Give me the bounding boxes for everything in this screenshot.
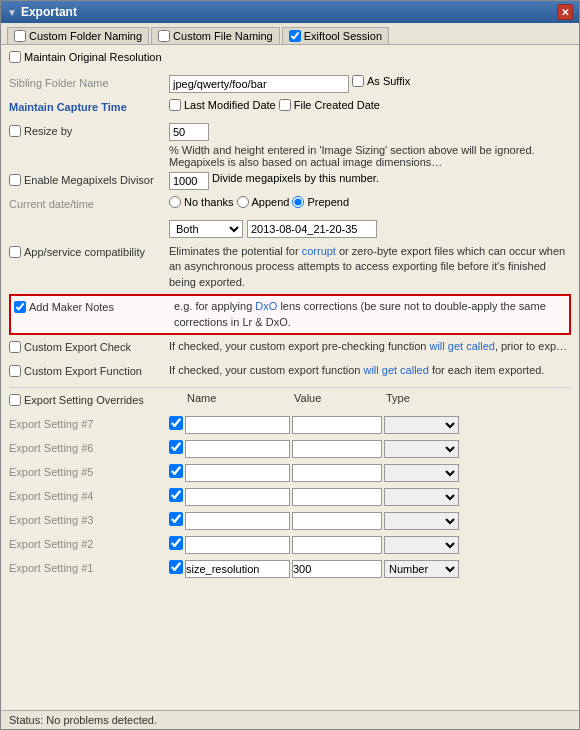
- export-setting-ctrl-4: NumberString: [169, 488, 571, 506]
- add-maker-notes-checkbox[interactable]: [14, 301, 26, 313]
- no-thanks-label[interactable]: No thanks: [169, 196, 234, 208]
- file-created-label[interactable]: File Created Date: [279, 99, 380, 111]
- export-setting-value-3[interactable]: [292, 512, 382, 530]
- close-button[interactable]: ✕: [557, 4, 573, 20]
- export-setting-type-4[interactable]: NumberString: [384, 488, 459, 506]
- tab-custom-folder[interactable]: Custom Folder Naming: [7, 27, 149, 44]
- as-suffix-label[interactable]: As Suffix: [352, 75, 410, 87]
- export-setting-row-1: Export Setting #1 NumberString: [9, 560, 571, 580]
- export-setting-type-2[interactable]: NumberString: [384, 536, 459, 554]
- export-settings-master-checkbox[interactable]: [9, 394, 21, 406]
- export-setting-label-2: Export Setting #2: [9, 536, 169, 550]
- export-setting-ctrl-5: NumberString: [169, 464, 571, 482]
- export-setting-cb-4[interactable]: [169, 488, 183, 502]
- tab-exiftool[interactable]: Exiftool Session: [282, 27, 389, 44]
- custom-export-check-label: Custom Export Check: [9, 339, 169, 353]
- prepend-label[interactable]: Prepend: [292, 196, 349, 208]
- sibling-folder-input[interactable]: [169, 75, 349, 93]
- tab-exiftool-checkbox[interactable]: [289, 30, 301, 42]
- datetime-value-input[interactable]: [247, 220, 377, 238]
- as-suffix-checkbox[interactable]: [352, 75, 364, 87]
- export-setting-row-6: Export Setting #6 NumberString: [9, 440, 571, 460]
- custom-export-check-checkbox[interactable]: [9, 341, 21, 353]
- append-label[interactable]: Append: [237, 196, 290, 208]
- last-modified-label[interactable]: Last Modified Date: [169, 99, 276, 111]
- file-created-checkbox[interactable]: [279, 99, 291, 111]
- export-setting-name-6[interactable]: [185, 440, 290, 458]
- custom-export-func-label: Custom Export Function: [9, 363, 169, 377]
- export-setting-cb-5[interactable]: [169, 464, 183, 478]
- megapixels-input[interactable]: [169, 172, 209, 190]
- separator: [9, 387, 571, 388]
- last-modified-checkbox[interactable]: [169, 99, 181, 111]
- export-setting-label-1: Export Setting #1: [9, 560, 169, 574]
- export-setting-type-1[interactable]: NumberString: [384, 560, 459, 578]
- export-setting-cb-7[interactable]: [169, 416, 183, 430]
- export-setting-row-4: Export Setting #4 NumberString: [9, 488, 571, 508]
- tab-custom-folder-checkbox[interactable]: [14, 30, 26, 42]
- export-setting-value-5[interactable]: [292, 464, 382, 482]
- tab-custom-file[interactable]: Custom File Naming: [151, 27, 280, 44]
- no-thanks-radio[interactable]: [169, 196, 181, 208]
- maintain-capture-row: Maintain Capture Time Last Modified Date…: [9, 99, 571, 119]
- export-setting-name-3[interactable]: [185, 512, 290, 530]
- export-setting-name-7[interactable]: [185, 416, 290, 434]
- maintain-resolution-checkbox[interactable]: [9, 51, 21, 63]
- export-setting-name-1[interactable]: [185, 560, 290, 578]
- sibling-folder-ctrl: As Suffix: [169, 75, 571, 93]
- export-setting-value-2[interactable]: [292, 536, 382, 554]
- collapse-arrow[interactable]: ▼: [7, 7, 17, 18]
- export-setting-ctrl-6: NumberString: [169, 440, 571, 458]
- titlebar-left: ▼ Exportant: [7, 5, 77, 19]
- resize-by-info: % Width and height entered in 'Image Siz…: [169, 144, 571, 168]
- export-settings-col-label: Export Setting Overrides: [9, 392, 169, 406]
- export-setting-cb-2[interactable]: [169, 536, 183, 550]
- tab-custom-file-checkbox[interactable]: [158, 30, 170, 42]
- tab-custom-folder-label: Custom Folder Naming: [29, 30, 142, 42]
- col-value-header: Value: [294, 392, 384, 404]
- export-setting-type-3[interactable]: NumberString: [384, 512, 459, 530]
- export-setting-cb-3[interactable]: [169, 512, 183, 526]
- export-settings-header-row: Export Setting Overrides Name Value Type: [9, 392, 571, 412]
- app-compat-info: Eliminates the potential for corrupt or …: [169, 244, 571, 290]
- export-setting-label-3: Export Setting #3: [9, 512, 169, 526]
- export-setting-cb-1[interactable]: [169, 560, 183, 574]
- export-setting-name-4[interactable]: [185, 488, 290, 506]
- export-setting-value-7[interactable]: [292, 416, 382, 434]
- datetime-both-select[interactable]: Both Date only Time only: [169, 220, 243, 238]
- export-setting-cb-6[interactable]: [169, 440, 183, 454]
- export-setting-label-7: Export Setting #7: [9, 416, 169, 430]
- resize-by-label: Resize by: [9, 123, 169, 137]
- custom-export-check-ctrl: If checked, your custom export pre-check…: [169, 339, 571, 354]
- export-setting-type-6[interactable]: NumberString: [384, 440, 459, 458]
- export-setting-name-5[interactable]: [185, 464, 290, 482]
- resize-by-input[interactable]: [169, 123, 209, 141]
- main-window: ▼ Exportant ✕ Custom Folder Naming Custo…: [0, 0, 580, 730]
- maintain-resolution-label[interactable]: Maintain Original Resolution: [9, 51, 162, 63]
- titlebar: ▼ Exportant ✕: [1, 1, 579, 23]
- megapixels-checkbox[interactable]: [9, 174, 21, 186]
- export-setting-name-2[interactable]: [185, 536, 290, 554]
- maintain-resolution-row: Maintain Original Resolution: [9, 51, 571, 71]
- prepend-radio[interactable]: [292, 196, 304, 208]
- window-title: Exportant: [21, 5, 77, 19]
- col-name-header: Name: [187, 392, 292, 404]
- app-compat-checkbox[interactable]: [9, 246, 21, 258]
- add-maker-notes-info: e.g. for applying DxO lens corrections (…: [174, 299, 566, 330]
- export-setting-row-3: Export Setting #3 NumberString: [9, 512, 571, 532]
- resize-by-checkbox[interactable]: [9, 125, 21, 137]
- export-setting-value-6[interactable]: [292, 440, 382, 458]
- status-label: Status:: [9, 714, 43, 726]
- megapixels-label: Enable Megapixels Divisor: [9, 172, 169, 186]
- megapixels-ctrl: Divide megapixels by this number.: [169, 172, 571, 190]
- sibling-folder-label: Sibling Folder Name: [9, 75, 169, 89]
- export-setting-value-4[interactable]: [292, 488, 382, 506]
- export-setting-row-2: Export Setting #2 NumberString: [9, 536, 571, 556]
- export-setting-type-5[interactable]: NumberString: [384, 464, 459, 482]
- custom-export-func-checkbox[interactable]: [9, 365, 21, 377]
- export-setting-type-7[interactable]: NumberString: [384, 416, 459, 434]
- datetime-row: Current date/time No thanks Append Prepe…: [9, 196, 571, 216]
- append-radio[interactable]: [237, 196, 249, 208]
- add-maker-notes-row: Add Maker Notes e.g. for applying DxO le…: [9, 294, 571, 335]
- export-setting-value-1[interactable]: [292, 560, 382, 578]
